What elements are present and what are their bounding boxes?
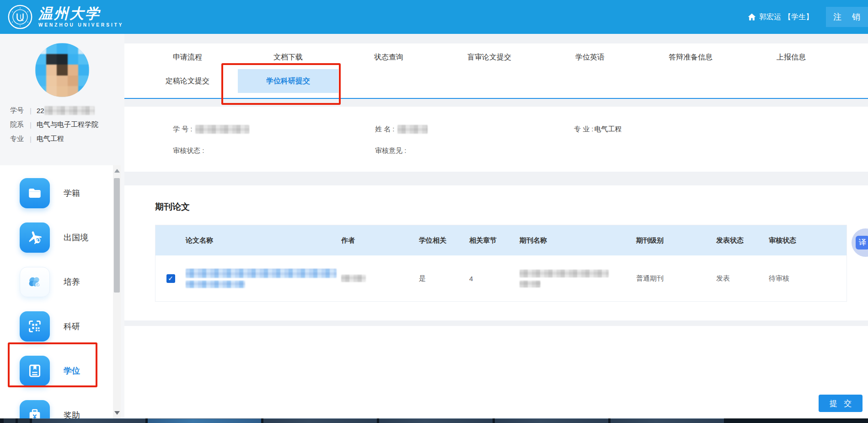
tab-xueweiyingyu[interactable]: 学位英语 — [540, 49, 640, 69]
journal-name-redacted-line1 — [520, 270, 609, 277]
scrollbar-thumb[interactable] — [114, 178, 120, 293]
name-label: 姓 名 : — [375, 125, 395, 134]
tab-dinggaolunwentijiao[interactable]: 定稿论文提交 — [137, 69, 238, 93]
sidebar-item-label: 奖助 — [64, 410, 80, 419]
sidebar-item-label: 学位 — [64, 365, 80, 376]
taskbar-icon[interactable] — [18, 418, 30, 423]
col-related-chapters: 相关章节 — [469, 236, 520, 245]
journal-table: 论文名称 作者 学位相关 相关章节 期刊名称 期刊级别 发表状态 审核状态 — [155, 225, 847, 302]
student-no-prefix: 22 — [37, 107, 44, 114]
tab-wendangxiazai[interactable]: 文档下载 — [238, 49, 338, 69]
taskbar-window-button[interactable] — [379, 418, 493, 423]
review-status-value: 待审核 — [769, 274, 847, 283]
col-review-status: 审核状态 — [769, 236, 847, 245]
award-money-icon — [20, 400, 50, 419]
table-header-row: 论文名称 作者 学位相关 相关章节 期刊名称 期刊级别 发表状态 审核状态 — [155, 225, 847, 255]
user-name: 郭宏运 — [759, 12, 781, 22]
taskbar-window-button[interactable] — [148, 418, 261, 423]
tab-shangbaoxinxi[interactable]: 上报信息 — [741, 49, 841, 69]
major-value: 电气工程 — [595, 125, 622, 134]
folder-icon — [20, 178, 50, 208]
taskbar-start-button[interactable] — [4, 418, 16, 423]
publish-status-value: 发表 — [716, 274, 769, 283]
tab-mangshenlunwentijiao[interactable]: 盲审论文提交 — [439, 49, 540, 69]
paper-title-redacted-line1 — [186, 269, 337, 278]
col-publish-status: 发表状态 — [716, 236, 769, 245]
translate-icon: 译 — [856, 236, 868, 249]
name-value-redacted — [397, 125, 428, 134]
related-chapters-value: 4 — [469, 275, 520, 282]
profile-card: 学号 | 22 院系 | 电气与电子工程学院 专业 | 电气工程 — [0, 34, 124, 165]
user-role: 【学生】 — [784, 12, 813, 22]
taskbar-window-button[interactable] — [32, 418, 145, 423]
sidebar-item-label: 学籍 — [64, 188, 80, 199]
qrcode-icon — [20, 311, 50, 342]
degree-book-icon — [20, 356, 50, 386]
scroll-up-arrow-icon[interactable] — [114, 169, 120, 173]
university-seal-icon — [7, 4, 33, 30]
user-area: 郭宏运 【学生】 注 销 — [747, 0, 868, 34]
sidebar-item-peiyang[interactable]: 培养 — [0, 260, 114, 304]
degree-related-value: 是 — [419, 274, 469, 283]
section-title: 期刊论文 — [155, 201, 847, 213]
journal-name-redacted-line2 — [520, 281, 541, 287]
sidebar-menu: 学籍 出国境 培养 科 — [0, 165, 114, 418]
profile-student-no: 学号 | 22 — [0, 106, 124, 115]
sidebar-item-xuewei[interactable]: 学位 — [0, 348, 114, 393]
tab-zhuangtaichaxun[interactable]: 状态查询 — [338, 49, 439, 69]
home-icon[interactable] — [747, 12, 756, 22]
tab-bar: 申请流程 文档下载 状态查询 盲审论文提交 学位英语 答辩准备信息 上报信息 定… — [124, 43, 868, 99]
taskbar-window-button[interactable] — [263, 418, 377, 423]
row-checkbox[interactable] — [166, 274, 175, 283]
journal-level-value: 普通期刊 — [636, 274, 716, 283]
submit-button[interactable]: 提 交 — [819, 395, 863, 412]
review-opinion-label: 审核意见 : — [375, 146, 406, 155]
sidebar-item-label: 科研 — [64, 321, 80, 332]
student-info-panel: 学 号 : 姓 名 : 专 业 : 电气工程 审核状态 : — [124, 107, 868, 172]
tab-xueweikeyantijiao[interactable]: 学位科研提交 — [238, 69, 338, 93]
university-name: 温州大学 — [38, 6, 123, 21]
author-redacted — [341, 275, 366, 282]
content: 学号 | 22 院系 | 电气与电子工程学院 专业 | 电气工程 — [0, 34, 868, 418]
tab-dabianzhunbeixinxi[interactable]: 答辩准备信息 — [640, 49, 741, 69]
university-name-en: WENZHOU UNIVERSITY — [38, 22, 123, 27]
footer-panel: 提 交 — [124, 326, 868, 418]
paper-title-redacted-line2 — [186, 281, 245, 288]
sidebar-item-keyan[interactable]: 科研 — [0, 304, 114, 348]
sidebar-item-label: 培养 — [64, 277, 80, 287]
sidebar: 学号 | 22 院系 | 电气与电子工程学院 专业 | 电气工程 — [0, 34, 124, 418]
student-no-value-redacted — [195, 125, 249, 134]
col-journal-level: 期刊级别 — [636, 236, 716, 245]
profile-major: 专业 | 电气工程 — [0, 135, 124, 143]
logout-button[interactable]: 注 销 — [826, 7, 868, 27]
table-row: 是 4 普通期刊 发表 待审核 — [155, 255, 847, 301]
taskbar-window-button[interactable] — [495, 418, 608, 423]
tab-shenqingliucheng[interactable]: 申请流程 — [137, 49, 238, 69]
sidebar-item-chuguojing[interactable]: 出国境 — [0, 215, 114, 260]
avatar — [35, 43, 89, 97]
col-author: 作者 — [341, 236, 419, 245]
col-journal-name: 期刊名称 — [520, 236, 636, 245]
col-degree-related: 学位相关 — [419, 236, 469, 245]
major-label: 专 业 : — [574, 125, 594, 134]
sidebar-item-jiangzhu[interactable]: 奖助 — [0, 393, 114, 418]
scroll-down-arrow-icon[interactable] — [114, 411, 120, 415]
screen: 温州大学 WENZHOU UNIVERSITY 郭宏运 【学生】 注 销 — [0, 0, 868, 423]
profile-department: 院系 | 电气与电子工程学院 — [0, 120, 124, 129]
col-paper-title: 论文名称 — [186, 236, 341, 245]
abroad-plane-icon — [20, 222, 50, 253]
app-header: 温州大学 WENZHOU UNIVERSITY 郭宏运 【学生】 注 销 — [0, 0, 868, 34]
cloud-icon — [20, 267, 50, 297]
sidebar-item-xueji[interactable]: 学籍 — [0, 171, 114, 215]
taskbar-window-button[interactable] — [611, 418, 724, 423]
sidebar-scrollbar[interactable] — [113, 165, 121, 418]
sidebar-item-label: 出国境 — [64, 232, 88, 243]
main-area: 申请流程 文档下载 状态查询 盲审论文提交 学位英语 答辩准备信息 上报信息 定… — [124, 34, 868, 418]
paper-title-cell[interactable] — [186, 269, 341, 288]
student-no-label: 学 号 : — [173, 125, 193, 134]
review-status-label: 审核状态 : — [173, 146, 204, 155]
os-taskbar — [0, 418, 868, 423]
university-logo: 温州大学 WENZHOU UNIVERSITY — [7, 4, 123, 30]
journal-papers-panel: 期刊论文 论文名称 作者 学位相关 相关章节 期刊名称 期刊级别 发表状态 审核… — [124, 185, 868, 320]
student-no-redacted — [44, 106, 95, 115]
